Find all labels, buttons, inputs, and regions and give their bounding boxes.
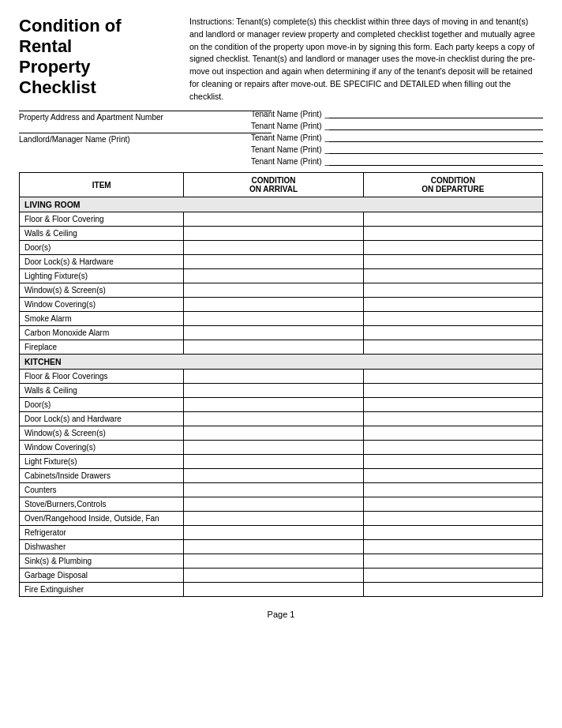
table-row: Cabinets/Inside Drawers bbox=[20, 469, 543, 483]
condition-arrival[interactable] bbox=[184, 326, 363, 340]
item-label: Cabinets/Inside Drawers bbox=[20, 469, 184, 483]
condition-arrival[interactable] bbox=[184, 483, 363, 497]
condition-arrival[interactable] bbox=[184, 384, 363, 398]
section-header-kitchen: KITCHEN bbox=[20, 355, 543, 370]
item-label: Oven/Rangehood Inside, Outside, Fan bbox=[20, 512, 184, 526]
table-row: Smoke Alarm bbox=[20, 312, 543, 326]
table-row: Floor & Floor Coverings bbox=[20, 370, 543, 384]
table-row: Door Lock(s) and Hardware bbox=[20, 412, 543, 426]
item-label: Fireplace bbox=[20, 340, 184, 355]
table-row: Floor & Floor Covering bbox=[20, 212, 543, 227]
condition-arrival[interactable] bbox=[184, 526, 363, 540]
table-row: Refrigerator bbox=[20, 526, 543, 540]
col-header-arrival: CONDITIONON ARRIVAL bbox=[184, 173, 363, 197]
condition-departure[interactable] bbox=[363, 255, 542, 269]
condition-arrival[interactable] bbox=[184, 455, 363, 469]
condition-arrival[interactable] bbox=[184, 398, 363, 412]
condition-arrival[interactable] bbox=[184, 540, 363, 554]
item-label: Window Covering(s) bbox=[20, 298, 184, 312]
condition-arrival[interactable] bbox=[184, 298, 363, 312]
condition-departure[interactable] bbox=[363, 283, 542, 298]
section-header-living-room: LIVING ROOM bbox=[20, 197, 543, 212]
property-address-field: Property Address and Apartment Number bbox=[19, 111, 177, 122]
condition-departure[interactable] bbox=[363, 398, 542, 412]
table-row: Garbage Disposal bbox=[20, 569, 543, 583]
item-label: Window Covering(s) bbox=[20, 441, 184, 455]
condition-departure[interactable] bbox=[363, 412, 542, 426]
item-label: Lighting Fixture(s) bbox=[20, 269, 184, 283]
condition-arrival[interactable] bbox=[184, 269, 363, 283]
landlord-name-field: Landlord/Manager Name (Print) bbox=[19, 133, 177, 144]
condition-departure[interactable] bbox=[363, 455, 542, 469]
item-label: Door Lock(s) and Hardware bbox=[20, 412, 184, 426]
condition-arrival[interactable] bbox=[184, 212, 363, 227]
condition-arrival[interactable] bbox=[184, 255, 363, 269]
page-footer: Page 1 bbox=[19, 610, 543, 619]
condition-departure[interactable] bbox=[363, 269, 542, 283]
condition-departure[interactable] bbox=[363, 312, 542, 326]
condition-departure[interactable] bbox=[363, 512, 542, 526]
table-row: Door(s) bbox=[20, 398, 543, 412]
condition-departure[interactable] bbox=[363, 298, 542, 312]
condition-arrival[interactable] bbox=[184, 370, 363, 384]
condition-departure[interactable] bbox=[363, 212, 542, 227]
table-row: Window(s) & Screen(s) bbox=[20, 426, 543, 441]
condition-departure[interactable] bbox=[363, 426, 542, 441]
table-row: Carbon Monoxide Alarm bbox=[20, 326, 543, 340]
table-row: Sink(s) & Plumbing bbox=[20, 554, 543, 569]
condition-arrival[interactable] bbox=[184, 469, 363, 483]
item-label: Door Lock(s) & Hardware bbox=[20, 255, 184, 269]
condition-arrival[interactable] bbox=[184, 512, 363, 526]
table-row: Light Fixture(s) bbox=[20, 455, 543, 469]
item-label: Light Fixture(s) bbox=[20, 455, 184, 469]
condition-departure[interactable] bbox=[363, 340, 542, 355]
condition-departure[interactable] bbox=[363, 441, 542, 455]
condition-arrival[interactable] bbox=[184, 340, 363, 355]
item-label: Carbon Monoxide Alarm bbox=[20, 326, 184, 340]
condition-arrival[interactable] bbox=[184, 554, 363, 569]
condition-departure[interactable] bbox=[363, 497, 542, 512]
condition-departure[interactable] bbox=[363, 526, 542, 540]
tenant-name-3: Tenant Name (Print)_ bbox=[251, 133, 543, 142]
condition-arrival[interactable] bbox=[184, 569, 363, 583]
condition-departure[interactable] bbox=[363, 384, 542, 398]
item-label: Door(s) bbox=[20, 398, 184, 412]
condition-arrival[interactable] bbox=[184, 497, 363, 512]
item-label: Walls & Ceiling bbox=[20, 227, 184, 241]
condition-arrival[interactable] bbox=[184, 312, 363, 326]
item-label: Fire Extinguisher bbox=[20, 583, 184, 597]
condition-arrival[interactable] bbox=[184, 426, 363, 441]
condition-arrival[interactable] bbox=[184, 583, 363, 597]
condition-arrival[interactable] bbox=[184, 412, 363, 426]
item-label: Door(s) bbox=[20, 241, 184, 255]
tenant-name-4: Tenant Name (Print)_ bbox=[251, 144, 543, 154]
condition-departure[interactable] bbox=[363, 569, 542, 583]
table-row: Window Covering(s) bbox=[20, 298, 543, 312]
item-label: Window(s) & Screen(s) bbox=[20, 426, 184, 441]
instructions-text: Instructions: Tenant(s) complete(s) this… bbox=[189, 16, 543, 103]
table-row: Fireplace bbox=[20, 340, 543, 355]
condition-arrival[interactable] bbox=[184, 241, 363, 255]
condition-departure[interactable] bbox=[363, 326, 542, 340]
condition-departure[interactable] bbox=[363, 554, 542, 569]
table-row: Window(s) & Screen(s) bbox=[20, 283, 543, 298]
table-row: Door Lock(s) & Hardware bbox=[20, 255, 543, 269]
table-row: Walls & Ceiling bbox=[20, 227, 543, 241]
condition-departure[interactable] bbox=[363, 370, 542, 384]
item-label: Counters bbox=[20, 483, 184, 497]
item-label: Refrigerator bbox=[20, 526, 184, 540]
condition-departure[interactable] bbox=[363, 469, 542, 483]
item-label: Stove/Burners,Controls bbox=[20, 497, 184, 512]
condition-arrival[interactable] bbox=[184, 283, 363, 298]
tenant-name-1: Tenant Name (Print)_ bbox=[251, 109, 543, 118]
tenant-name-2: Tenant Name (Print)_ bbox=[251, 121, 543, 130]
condition-arrival[interactable] bbox=[184, 441, 363, 455]
table-row: Window Covering(s) bbox=[20, 441, 543, 455]
condition-departure[interactable] bbox=[363, 241, 542, 255]
condition-departure[interactable] bbox=[363, 227, 542, 241]
item-label: Floor & Floor Covering bbox=[20, 212, 184, 227]
condition-departure[interactable] bbox=[363, 540, 542, 554]
condition-arrival[interactable] bbox=[184, 227, 363, 241]
condition-departure[interactable] bbox=[363, 483, 542, 497]
condition-departure[interactable] bbox=[363, 583, 542, 597]
